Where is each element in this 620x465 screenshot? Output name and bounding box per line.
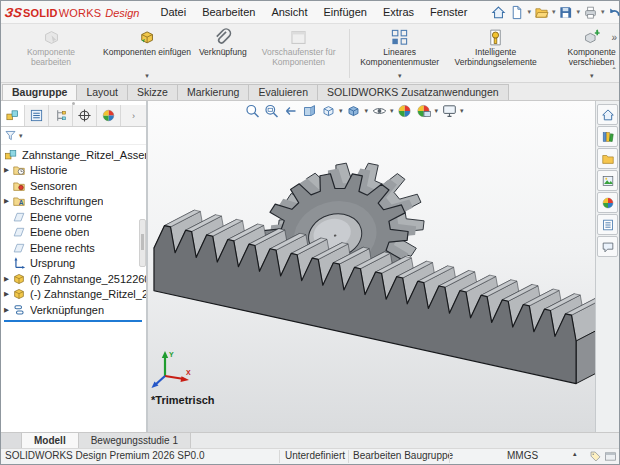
- tree-scrollbar[interactable]: [139, 219, 146, 267]
- menu-fenster[interactable]: Fenster: [423, 4, 474, 20]
- tree-item-historie[interactable]: ▶Historie: [1, 163, 146, 179]
- expand-arrow-icon[interactable]: ▶: [1, 290, 12, 298]
- ribbon-overflow-button[interactable]: »: [611, 32, 617, 43]
- tree-item-zahnstange-ritzel-25122601-1[interactable]: ▶(-) Zahnstange_Ritzel_25122601<1: [1, 287, 146, 303]
- undo-button[interactable]: [606, 4, 620, 21]
- menu-datei[interactable]: Datei: [153, 4, 193, 20]
- new-document-dropdown-icon[interactable]: ▾: [527, 8, 531, 16]
- edit-appearance-button[interactable]: [396, 102, 414, 120]
- home-button[interactable]: [490, 4, 507, 21]
- menu-einfügen[interactable]: Einfügen: [316, 4, 373, 20]
- section-view-button[interactable]: [300, 102, 318, 120]
- zoom-fit-button[interactable]: [243, 102, 261, 120]
- display-style-button[interactable]: [345, 102, 363, 120]
- part-icon: [12, 272, 26, 286]
- ribbon-button-komponente-verschieben[interactable]: Komponente verschieben▾: [544, 25, 619, 82]
- ribbon-button-intelligente-verbindungselemente[interactable]: Intelligente Verbindungselemente: [448, 25, 544, 82]
- tab-baugruppe[interactable]: Baugruppe: [2, 84, 77, 100]
- taskpane-appearances-button[interactable]: [597, 192, 618, 213]
- view-orientation-button[interactable]: [319, 102, 337, 120]
- apply-scene-dropdown-icon[interactable]: ▾: [435, 107, 439, 115]
- previous-view-button[interactable]: [281, 102, 299, 120]
- tree-item-f-zahnstange-25122601-1-sta[interactable]: ▶(f) Zahnstange_25122601<1> (Sta: [1, 271, 146, 287]
- display-style-icon: [346, 103, 362, 119]
- hide-show-items-button[interactable]: [370, 102, 388, 120]
- ribbon-button-label: Verknüpfung: [199, 48, 247, 58]
- tab-layout[interactable]: Layout: [76, 84, 128, 100]
- view-settings-dropdown-icon[interactable]: ▾: [460, 107, 464, 115]
- display-style-dropdown-icon[interactable]: ▾: [365, 107, 369, 115]
- title-bar: ЗS SOLIDWORKS Design DateiBearbeitenAnsi…: [1, 1, 619, 24]
- filter-icon[interactable]: [4, 129, 17, 142]
- units-label[interactable]: MMGS: [507, 450, 538, 461]
- appearances-icon: [601, 196, 615, 210]
- expand-arrow-icon[interactable]: ▶: [1, 166, 12, 174]
- dropdown-arrow-icon[interactable]: ▾: [145, 71, 149, 82]
- tree-item-verknüpfungen[interactable]: ▶Verknüpfungen: [1, 302, 146, 318]
- expand-arrow-icon[interactable]: ▶: [1, 197, 12, 205]
- taskpane-custom-properties-button[interactable]: [597, 214, 618, 235]
- tab-bewegungsstudie-1[interactable]: Bewegungsstudie 1: [79, 433, 191, 448]
- taskpane-file-explorer-button[interactable]: [597, 148, 618, 169]
- ribbon-collapse-button[interactable]: ˆ: [613, 67, 616, 78]
- open-button[interactable]: [533, 4, 550, 21]
- ribbon-button-komponenten-einfügen[interactable]: Komponenten einfügen▾: [99, 25, 195, 82]
- dropdown-arrow-icon[interactable]: ▾: [398, 71, 402, 82]
- heads-up-view-toolbar: ▾▾▾▾▾: [243, 102, 465, 120]
- open-dropdown-icon[interactable]: ▾: [552, 8, 556, 16]
- taskpane-home-button[interactable]: [597, 104, 618, 125]
- panel-tabs-more-button[interactable]: ›: [121, 105, 146, 126]
- tree-item-ebene-oben[interactable]: Ebene oben: [1, 225, 146, 241]
- print-button[interactable]: [582, 4, 599, 21]
- filter-dropdown-icon[interactable]: ▾: [19, 132, 23, 140]
- panel-tab-dimxpertmanager[interactable]: [73, 105, 97, 126]
- view-settings-button[interactable]: [440, 102, 458, 120]
- menu-bearbeiten[interactable]: Bearbeiten: [195, 4, 262, 20]
- new-document-button[interactable]: [508, 4, 525, 21]
- tab-bar-corner[interactable]: [1, 433, 22, 448]
- view-orientation-dropdown-icon[interactable]: ▾: [339, 107, 343, 115]
- panel-tab-propertymanager[interactable]: [25, 105, 49, 126]
- taskpane-forum-button[interactable]: [597, 236, 618, 257]
- taskpane-view-palette-button[interactable]: [597, 170, 618, 191]
- tab-modell[interactable]: Modell: [22, 433, 79, 448]
- save-dropdown-icon[interactable]: ▾: [576, 8, 580, 16]
- hide-show-items-dropdown-icon[interactable]: ▾: [390, 107, 394, 115]
- panel-tab-configurationmanager[interactable]: [49, 105, 73, 126]
- zoom-fit-icon: [244, 103, 260, 119]
- section-view-icon: [301, 103, 317, 119]
- apply-scene-button[interactable]: [415, 102, 433, 120]
- units-dropdown-icon[interactable]: ▴: [573, 450, 577, 458]
- taskpane-design-library-button[interactable]: [597, 126, 618, 147]
- zoom-area-button[interactable]: [262, 102, 280, 120]
- graphics-area[interactable]: ▾▾▾▾▾ *Trimetrisch Y X: [148, 101, 595, 432]
- print-dropdown-icon[interactable]: ▾: [601, 8, 605, 16]
- tree-item-sensoren[interactable]: Sensoren: [1, 178, 146, 194]
- status-tag-icon[interactable]: [589, 450, 602, 463]
- rack-and-pinion-model[interactable]: [148, 101, 595, 432]
- tree-item-ebene-rechts[interactable]: Ebene rechts: [1, 240, 146, 256]
- dropdown-arrow-icon[interactable]: ▾: [590, 71, 594, 82]
- edit-component-icon: [42, 28, 61, 47]
- tab-skizze[interactable]: Skizze: [127, 84, 178, 100]
- save-button[interactable]: [557, 4, 574, 21]
- status-panel-icon[interactable]: [604, 450, 617, 463]
- tab-markierung[interactable]: Markierung: [177, 84, 250, 100]
- custom-properties-icon: [601, 218, 615, 232]
- ribbon-button-lineares-komponentenmuster[interactable]: Lineares Komponentenmuster▾: [352, 25, 448, 82]
- panel-tab-featuremanager[interactable]: [1, 105, 25, 126]
- tree-item-ursprung[interactable]: Ursprung: [1, 256, 146, 272]
- tree-item-ebene-vorne[interactable]: Ebene vorne: [1, 209, 146, 225]
- tab-solidworks-zusatzanwendungen[interactable]: SOLIDWORKS Zusatzanwendungen: [317, 84, 509, 100]
- command-manager-ribbon: Komponente bearbeitenKomponenten einfüge…: [1, 24, 619, 83]
- tree-item-beschriftungen[interactable]: ▶ABeschriftungen: [1, 194, 146, 210]
- menu-ansicht[interactable]: Ansicht: [264, 4, 314, 20]
- ribbon-button-verknüpfung[interactable]: Verknüpfung: [195, 25, 251, 82]
- tab-evaluieren[interactable]: Evaluieren: [248, 84, 318, 100]
- rollback-bar[interactable]: [4, 320, 142, 322]
- menu-extras[interactable]: Extras: [376, 4, 421, 20]
- panel-tab-displaymanager[interactable]: [97, 105, 121, 126]
- expand-arrow-icon[interactable]: ▶: [1, 306, 12, 314]
- tree-item-root[interactable]: Zahnstange_Ritzel_Assembly_2512260: [1, 147, 146, 163]
- expand-arrow-icon[interactable]: ▶: [1, 275, 12, 283]
